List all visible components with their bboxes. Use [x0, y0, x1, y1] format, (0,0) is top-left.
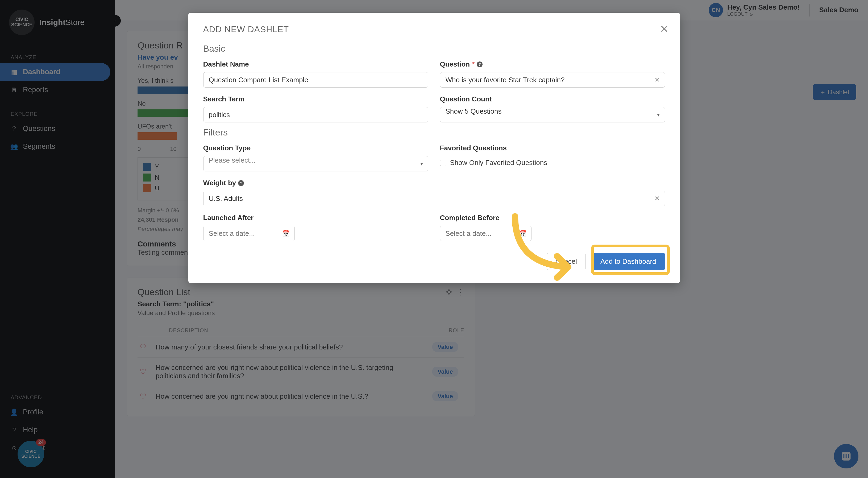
completed-before-input[interactable] [440, 226, 531, 241]
field-favorited: Favorited Questions Show Only Favorited … [440, 144, 665, 171]
search-term-input[interactable] [203, 107, 428, 122]
search-term-label: Search Term [203, 95, 428, 103]
field-question: Question * ? ✕ [440, 60, 665, 88]
close-icon[interactable]: ✕ [660, 23, 669, 35]
modal-footer: Cancel Add to Dashboard [203, 253, 665, 270]
field-question-type: Question Type Please select... ▾ [203, 144, 428, 171]
dashlet-name-label: Dashlet Name [203, 60, 428, 68]
calendar-icon[interactable]: 📅 [282, 230, 290, 237]
field-weight-by: Weight by ? ✕ [203, 179, 665, 206]
cancel-button[interactable]: Cancel [547, 253, 586, 270]
modal-title: ADD NEW DASHLET [203, 25, 665, 34]
info-icon[interactable]: ? [477, 61, 483, 67]
field-search-term: Search Term [203, 95, 428, 122]
favorited-label: Favorited Questions [440, 144, 665, 152]
add-to-dashboard-button[interactable]: Add to Dashboard [592, 253, 665, 270]
weight-by-input[interactable] [203, 191, 665, 206]
question-type-label: Question Type [203, 144, 428, 152]
weight-by-label: Weight by ? [203, 179, 665, 187]
clear-icon[interactable]: ✕ [654, 195, 660, 202]
section-basic: Basic [203, 43, 665, 54]
field-completed-before: Completed Before 📅 [440, 214, 665, 241]
dashlet-name-input[interactable] [203, 72, 428, 88]
calendar-icon[interactable]: 📅 [519, 230, 527, 237]
question-count-select[interactable]: Show 5 Questions [440, 107, 665, 122]
completed-before-label: Completed Before [440, 214, 665, 222]
question-count-label: Question Count [440, 95, 665, 103]
question-label: Question * ? [440, 60, 665, 68]
info-icon[interactable]: ? [238, 180, 244, 186]
launched-after-label: Launched After [203, 214, 428, 222]
field-dashlet-name: Dashlet Name [203, 60, 428, 88]
modal-add-dashlet: ADD NEW DASHLET ✕ Basic Dashlet Name Que… [188, 13, 680, 283]
required-indicator: * [472, 60, 474, 68]
clear-icon[interactable]: ✕ [654, 76, 660, 84]
favorited-checkbox[interactable] [440, 160, 446, 166]
question-type-select[interactable]: Please select... [203, 156, 428, 171]
favorited-checkbox-label: Show Only Favorited Questions [450, 159, 548, 167]
section-filters: Filters [203, 127, 665, 138]
field-launched-after: Launched After 📅 [203, 214, 428, 241]
launched-after-input[interactable] [203, 226, 295, 241]
question-input[interactable] [440, 72, 665, 88]
field-question-count: Question Count Show 5 Questions ▾ [440, 95, 665, 122]
